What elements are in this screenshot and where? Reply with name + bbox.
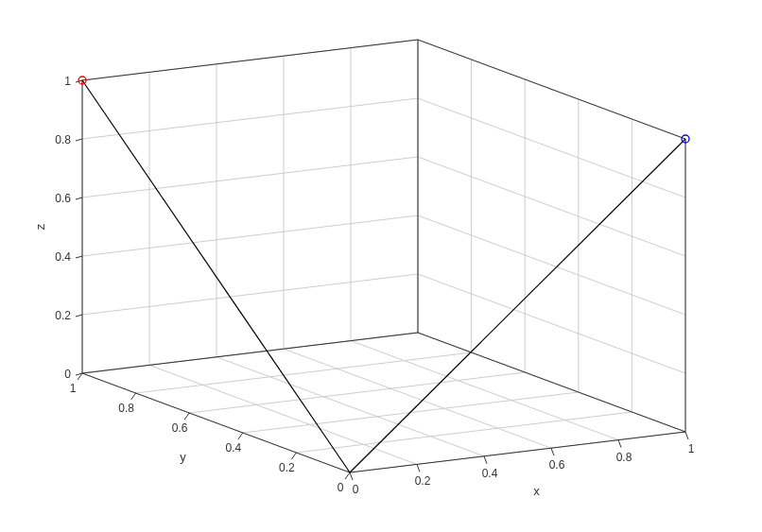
3d-plot: 00.20.40.60.8100.20.40.60.8100.20.40.60.…: [0, 0, 762, 532]
z-tick-5: 1: [64, 75, 71, 88]
x-tick-2: 0.4: [482, 467, 498, 480]
svg-line-49: [618, 440, 621, 448]
svg-line-54: [184, 413, 189, 420]
svg-line-51: [345, 472, 350, 479]
svg-line-59: [76, 256, 82, 258]
y-tick-2: 0.4: [225, 441, 241, 455]
svg-line-47: [484, 456, 487, 464]
svg-line-32: [82, 215, 418, 256]
svg-line-55: [131, 393, 136, 400]
svg-line-21: [418, 157, 685, 256]
y-tick-1: 0.2: [279, 461, 295, 474]
svg-line-34: [82, 98, 418, 139]
svg-line-9: [189, 372, 525, 413]
svg-line-2: [216, 357, 484, 456]
svg-line-45: [350, 472, 353, 480]
svg-line-46: [417, 464, 420, 472]
x-tick-5: 1: [688, 442, 695, 455]
z-tick-3: 0.6: [55, 192, 71, 205]
svg-line-7: [296, 412, 632, 453]
svg-line-43: [418, 40, 685, 139]
svg-line-33: [82, 157, 418, 197]
svg-line-38: [418, 333, 685, 432]
y-tick-4: 0.8: [118, 402, 134, 415]
svg-line-39: [82, 333, 418, 373]
svg-line-3: [284, 349, 551, 448]
z-axis-label: z: [33, 223, 47, 230]
svg-line-36: [350, 432, 685, 472]
x-tick-3: 0.6: [549, 458, 565, 472]
y-axis-label: y: [180, 450, 186, 464]
x-tick-1: 0.2: [415, 474, 431, 488]
x-axis-label: x: [533, 484, 540, 498]
svg-line-37: [82, 373, 350, 472]
svg-line-44: [82, 40, 418, 80]
svg-line-19: [418, 274, 685, 373]
svg-line-31: [82, 274, 418, 315]
series-line-1: [350, 139, 685, 472]
svg-line-48: [551, 448, 554, 455]
y-tick-3: 0.6: [172, 421, 188, 435]
svg-line-60: [76, 197, 82, 199]
svg-line-50: [685, 432, 688, 439]
y-tick-0: 0: [338, 481, 344, 494]
svg-line-20: [418, 215, 685, 315]
svg-line-53: [238, 433, 243, 439]
svg-line-10: [136, 352, 472, 393]
svg-line-22: [418, 98, 685, 197]
z-tick-0: 0: [64, 368, 71, 381]
y-tick-5: 1: [70, 382, 77, 395]
svg-line-1: [149, 365, 417, 464]
z-tick-4: 0.8: [55, 133, 71, 146]
svg-line-52: [291, 453, 296, 459]
svg-line-61: [76, 139, 82, 141]
z-tick-2: 0.4: [55, 250, 71, 264]
x-tick-4: 0.8: [616, 451, 632, 464]
z-tick-1: 0.2: [55, 309, 71, 322]
x-tick-0: 0: [353, 483, 359, 496]
svg-line-58: [76, 315, 82, 317]
